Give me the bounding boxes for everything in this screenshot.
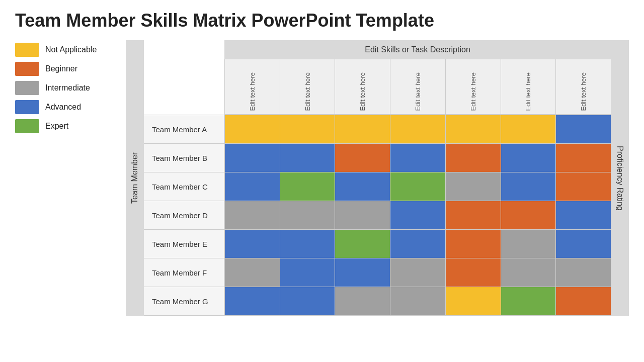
col-header-text-5: Edit text here xyxy=(524,72,532,111)
skill-cell-5-0 xyxy=(224,258,280,287)
col-header-cells: Edit text hereEdit text hereEdit text he… xyxy=(224,59,611,115)
col-header-text-1: Edit text here xyxy=(304,72,311,111)
matrix-header-top: Edit Skills or Task Description xyxy=(224,40,611,59)
skill-cell-1-6 xyxy=(555,144,611,172)
skill-cell-5-3 xyxy=(390,258,445,287)
skill-cell-3-6 xyxy=(555,201,611,229)
matrix-row-5: Team Member F xyxy=(144,258,611,287)
col-header-text-6: Edit text here xyxy=(580,72,587,111)
legend-item-not-applicable: Not Applicable xyxy=(15,43,116,57)
skill-cell-6-6 xyxy=(555,287,611,315)
legend-color-expert xyxy=(15,119,39,133)
matrix-wrapper: Team Member Edit Skills or Task Descript… xyxy=(126,40,629,316)
col-header-5: Edit text here xyxy=(501,59,556,115)
matrix-row-2: Team Member C xyxy=(144,172,611,201)
skill-cell-6-0 xyxy=(224,287,280,315)
matrix-table: Edit Skills or Task Description Edit tex… xyxy=(144,40,611,316)
skill-cells-3 xyxy=(224,201,611,229)
skill-cell-2-4 xyxy=(445,172,501,201)
skill-cell-3-3 xyxy=(390,201,445,229)
skill-cell-0-2 xyxy=(335,115,390,143)
skill-cell-0-5 xyxy=(501,115,556,143)
skill-cell-0-1 xyxy=(280,115,335,143)
matrix-row-0: Team Member A xyxy=(144,115,611,143)
col-header-spacer xyxy=(144,59,224,115)
col-header-text-2: Edit text here xyxy=(359,72,366,111)
skill-cell-2-3 xyxy=(390,172,445,201)
col-header-3: Edit text here xyxy=(390,59,445,115)
legend-color-intermediate xyxy=(15,81,39,95)
skill-cell-2-2 xyxy=(335,172,390,201)
legend-color-advanced xyxy=(15,100,39,114)
col-header-4: Edit text here xyxy=(445,59,501,115)
col-header-1: Edit text here xyxy=(280,59,335,115)
member-name-4: Team Member E xyxy=(144,230,224,258)
legend-item-intermediate: Intermediate xyxy=(15,81,116,95)
skill-cell-4-6 xyxy=(555,230,611,258)
skill-cell-1-5 xyxy=(501,144,556,172)
skill-cell-4-1 xyxy=(280,230,335,258)
skill-cell-4-0 xyxy=(224,230,280,258)
skill-cell-1-0 xyxy=(224,144,280,172)
legend-item-beginner: Beginner xyxy=(15,62,116,76)
skill-cell-5-5 xyxy=(501,258,556,287)
col-header-2: Edit text here xyxy=(335,59,390,115)
col-header-text-4: Edit text here xyxy=(469,72,477,111)
skill-cell-6-4 xyxy=(445,287,501,315)
legend-item-advanced: Advanced xyxy=(15,100,116,114)
skill-cell-4-2 xyxy=(335,230,390,258)
matrix-row-3: Team Member D xyxy=(144,201,611,229)
page-title: Team Member Skills Matrix PowerPoint Tem… xyxy=(15,10,629,31)
legend-color-beginner xyxy=(15,62,39,76)
main-layout: Not Applicable Beginner Intermediate Adv… xyxy=(15,40,629,316)
skill-cell-2-1 xyxy=(280,172,335,201)
skill-cell-6-3 xyxy=(390,287,445,315)
legend-color-not-applicable xyxy=(15,43,39,57)
legend-label-not-applicable: Not Applicable xyxy=(45,45,97,54)
skill-cell-5-6 xyxy=(555,258,611,287)
skill-cell-3-1 xyxy=(280,201,335,229)
member-name-0: Team Member A xyxy=(144,115,224,143)
skill-cells-2 xyxy=(224,172,611,201)
matrix-row-4: Team Member E xyxy=(144,229,611,258)
skill-cell-5-1 xyxy=(280,258,335,287)
skill-cell-4-4 xyxy=(445,230,501,258)
skill-cells-5 xyxy=(224,258,611,287)
legend-item-expert: Expert xyxy=(15,119,116,133)
legend-label-advanced: Advanced xyxy=(45,103,81,112)
skill-cell-6-1 xyxy=(280,287,335,315)
skill-cell-0-6 xyxy=(555,115,611,143)
legend: Not Applicable Beginner Intermediate Adv… xyxy=(15,40,116,133)
skill-cell-6-5 xyxy=(501,287,556,315)
legend-label-expert: Expert xyxy=(45,122,68,131)
skill-cell-1-1 xyxy=(280,144,335,172)
skill-cell-2-5 xyxy=(501,172,556,201)
skill-cell-3-5 xyxy=(501,201,556,229)
skill-cell-4-5 xyxy=(501,230,556,258)
skill-cell-2-0 xyxy=(224,172,280,201)
skill-cells-1 xyxy=(224,144,611,172)
matrix-body: Team Member ATeam Member BTeam Member CT… xyxy=(144,115,611,316)
col-header-text-0: Edit text here xyxy=(249,72,256,111)
member-name-6: Team Member G xyxy=(144,287,224,315)
skill-cell-3-4 xyxy=(445,201,501,229)
skill-cell-0-3 xyxy=(390,115,445,143)
skill-cell-5-2 xyxy=(335,258,390,287)
matrix-header-row: Edit Skills or Task Description xyxy=(144,40,611,59)
skill-cell-3-0 xyxy=(224,201,280,229)
member-name-2: Team Member C xyxy=(144,172,224,201)
skill-cell-6-2 xyxy=(335,287,390,315)
col-header-0: Edit text here xyxy=(224,59,280,115)
matrix-row-6: Team Member G xyxy=(144,287,611,316)
matrix-row-1: Team Member B xyxy=(144,143,611,172)
col-header-text-3: Edit text here xyxy=(414,72,422,111)
skill-cells-0 xyxy=(224,115,611,143)
skill-cells-4 xyxy=(224,230,611,258)
legend-label-intermediate: Intermediate xyxy=(45,83,90,93)
col-headers: Edit text hereEdit text hereEdit text he… xyxy=(144,59,611,115)
skill-cell-3-2 xyxy=(335,201,390,229)
skill-cell-0-4 xyxy=(445,115,501,143)
skill-cell-1-2 xyxy=(335,144,390,172)
skill-cells-6 xyxy=(224,287,611,315)
proficiency-label: Proficiency Rating xyxy=(611,40,629,316)
